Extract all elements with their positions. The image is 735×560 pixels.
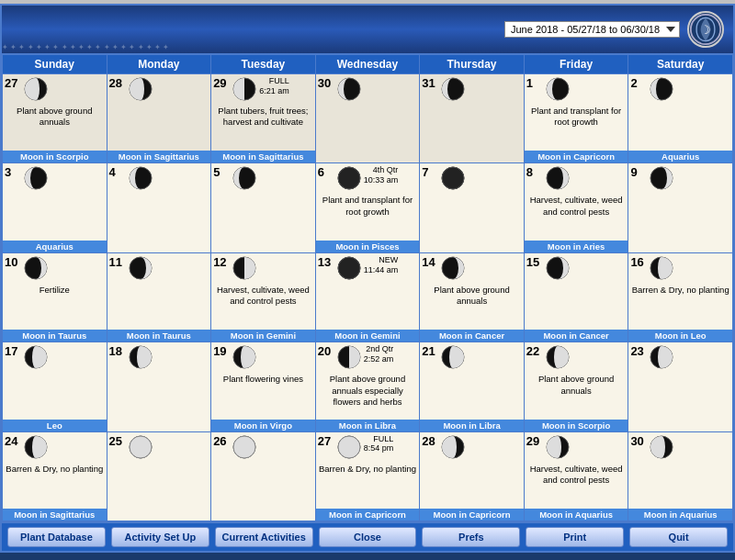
date-number[interactable]: 18 <box>109 344 126 358</box>
prefs-button[interactable]: Prefs <box>422 527 520 547</box>
moon-bar[interactable]: Moon in Cancer <box>420 330 524 342</box>
moon-bar[interactable]: Moon in Aries <box>525 241 628 252</box>
activity-setup-button[interactable]: Activity Set Up <box>111 527 209 547</box>
date-number[interactable]: 16 <box>630 255 647 269</box>
table-row: 13NEW11:44 amMoon in Gemini <box>315 252 420 342</box>
date-number[interactable]: 14 <box>422 255 438 269</box>
date-number[interactable]: 24 <box>5 434 21 448</box>
date-number[interactable]: 13 <box>318 255 334 269</box>
table-row: 15Moon in Cancer <box>524 252 628 342</box>
date-number[interactable]: 21 <box>422 344 438 358</box>
date-number[interactable]: 22 <box>526 344 543 358</box>
cell-event: Barren & Dry, no planting <box>5 464 105 475</box>
moon-bar[interactable]: Moon in Taurus <box>3 330 107 342</box>
calendar-table: Sunday Monday Tuesday Wednesday Thursday… <box>2 54 733 521</box>
date-number[interactable]: 4 <box>109 165 126 179</box>
date-number[interactable]: 12 <box>213 255 230 269</box>
cell-event: Plant and transplant for root growth <box>526 106 627 129</box>
date-number[interactable]: 19 <box>213 344 230 358</box>
date-number[interactable]: 17 <box>5 344 21 358</box>
date-range-select[interactable]: June 2018 - 05/27/18 to 06/30/18 <box>504 21 680 38</box>
moon-phase-icon <box>440 344 466 372</box>
date-number[interactable]: 15 <box>526 255 543 269</box>
moon-bar[interactable]: Moon in Scorpio <box>525 420 628 431</box>
current-activities-button[interactable]: Current Activities <box>215 527 313 547</box>
quit-button[interactable]: Quit <box>629 527 728 547</box>
moon-bar[interactable]: Moon in Sagittarius <box>211 151 315 162</box>
close-button[interactable]: Close <box>319 527 417 547</box>
date-number[interactable]: 27 <box>318 434 334 448</box>
cell-top-4-4: 28 <box>422 434 522 462</box>
cell-top-3-4: 21 <box>422 344 522 372</box>
date-number[interactable]: 1 <box>526 76 543 90</box>
print-button[interactable]: Print <box>526 527 624 547</box>
date-number[interactable]: 29 <box>213 76 230 90</box>
moon-phase-icon <box>232 434 257 462</box>
moon-phase-icon <box>232 344 257 372</box>
table-row: 202nd Qtr2:52 amPlant above ground annua… <box>315 342 420 431</box>
week-row-2: 3Aquarius4564th Qtr10:33 amPlant and tra… <box>3 163 733 252</box>
moon-bar[interactable]: Moon in Capricorn <box>316 509 420 521</box>
date-number[interactable]: 28 <box>422 434 438 448</box>
date-number[interactable]: 25 <box>109 434 126 448</box>
date-number[interactable]: 29 <box>526 434 543 448</box>
moon-bar[interactable]: Moon in Scorpio <box>3 151 107 162</box>
date-number[interactable]: 3 <box>5 165 21 179</box>
cell-top-1-3: 64th Qtr10:33 am <box>318 165 418 193</box>
date-number[interactable]: 7 <box>422 165 438 179</box>
date-number[interactable]: 31 <box>422 76 438 90</box>
logo: ☽ <box>687 11 724 48</box>
moon-bar[interactable]: Moon in Libra <box>420 420 524 431</box>
moon-phase-icon <box>128 344 153 372</box>
table-row: 14Plant above ground annualsMoon in Canc… <box>420 252 525 342</box>
cell-top-0-5: 1 <box>526 76 627 104</box>
date-number[interactable]: 23 <box>630 344 647 358</box>
moon-phase-icon <box>336 434 362 462</box>
moon-bar[interactable]: Moon in Sagittarius <box>107 151 211 162</box>
cell-top-2-0: 10 <box>5 255 105 283</box>
date-number[interactable]: 5 <box>213 165 230 179</box>
date-number[interactable]: 9 <box>630 165 647 179</box>
date-number[interactable]: 30 <box>630 434 647 448</box>
date-number[interactable]: 11 <box>109 255 126 269</box>
cell-top-2-6: 16 <box>630 255 730 283</box>
moon-phase-icon <box>545 76 571 104</box>
moon-bar[interactable]: Moon in Capricorn <box>420 509 524 521</box>
plant-database-button[interactable]: Plant Database <box>7 527 106 547</box>
moon-bar[interactable]: Moon in Pisces <box>316 241 420 252</box>
date-number[interactable]: 30 <box>318 76 334 90</box>
cell-top-1-0: 3 <box>5 165 105 193</box>
moon-bar[interactable]: Moon in Aquarius <box>628 509 732 521</box>
moon-bar[interactable]: Aquarius <box>3 241 107 252</box>
moon-bar[interactable]: Moon in Taurus <box>107 330 211 342</box>
date-number[interactable]: 28 <box>109 76 126 90</box>
moon-bar[interactable]: Moon in Sagittarius <box>3 509 107 521</box>
cell-top-2-2: 12 <box>213 255 313 283</box>
date-number[interactable]: 2 <box>630 76 647 90</box>
moon-bar[interactable]: Moon in Virgo <box>211 420 315 431</box>
moon-phase-icon <box>545 165 571 193</box>
date-number[interactable]: 27 <box>5 76 21 90</box>
cell-event: Plant above ground annuals especially fl… <box>318 374 418 408</box>
table-row: 18 <box>107 342 211 431</box>
moon-bar[interactable]: Moon in Libra <box>316 420 420 431</box>
cell-top-1-2: 5 <box>213 165 313 193</box>
table-row: 22Plant above ground annualsMoon in Scor… <box>524 342 628 431</box>
moon-bar[interactable]: Moon in Gemini <box>316 330 420 342</box>
svg-point-22 <box>338 257 360 279</box>
date-number[interactable]: 10 <box>5 255 21 269</box>
moon-bar[interactable]: Moon in Aquarius <box>525 509 628 521</box>
cell-event: Fertilize <box>5 285 105 296</box>
cell-event: Plant above ground annuals <box>5 106 105 129</box>
date-number[interactable]: 6 <box>318 165 334 179</box>
moon-bar[interactable]: Moon in Gemini <box>211 330 315 342</box>
date-number[interactable]: 26 <box>213 434 230 448</box>
date-number[interactable]: 8 <box>526 165 543 179</box>
moon-bar[interactable]: Moon in Leo <box>628 330 732 342</box>
date-number[interactable]: 20 <box>318 344 334 358</box>
moon-bar[interactable]: Moon in Capricorn <box>525 151 628 162</box>
moon-bar[interactable]: Aquarius <box>628 151 732 162</box>
header-friday: Friday <box>524 55 628 74</box>
moon-bar[interactable]: Moon in Cancer <box>525 330 628 342</box>
moon-bar[interactable]: Leo <box>3 420 107 431</box>
